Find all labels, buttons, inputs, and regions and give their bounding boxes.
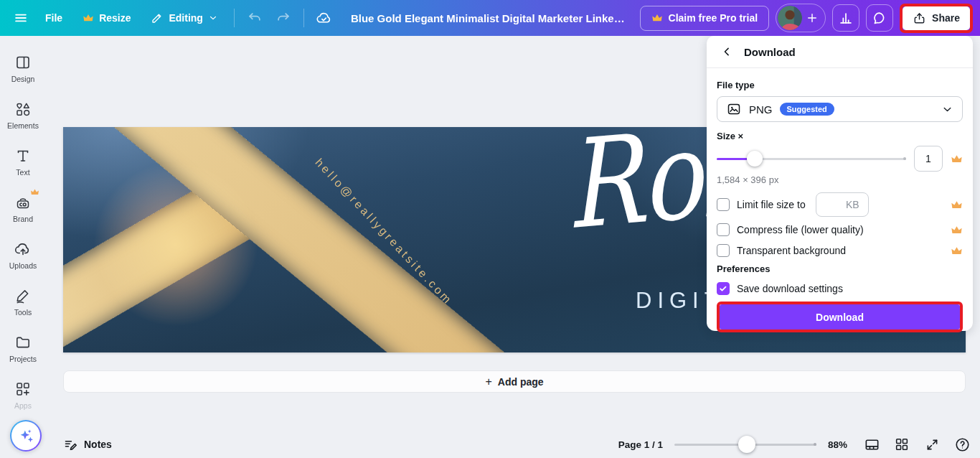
chevron-left-icon [720,45,733,58]
present-view-button[interactable] [862,435,881,454]
suggested-badge: Suggested [780,103,834,116]
download-highlight-box: Download [717,302,963,332]
compress-file-label: Compress file (lower quality) [737,224,864,235]
insights-button[interactable] [832,4,859,32]
claim-pro-trial-button[interactable]: Claim free Pro trial [640,6,770,31]
avatar[interactable] [778,6,802,30]
zoom-slider[interactable] [674,436,816,453]
hamburger-icon [13,10,29,26]
crown-icon [951,153,963,165]
file-menu-label: File [45,12,62,24]
canva-editor: File Resize Editing [0,0,980,458]
fullscreen-button[interactable] [923,435,941,454]
expand-arrows-icon [925,437,940,452]
share-upload-icon [913,11,926,25]
limit-file-size-label: Limit file size to [737,199,806,210]
size-slider[interactable] [717,151,906,167]
download-panel: Download File type PNG Suggested Size × [707,36,973,331]
cloud-check-icon [316,10,332,27]
chevron-down-icon [208,13,218,23]
notes-label: Notes [84,439,112,450]
cloud-save-status-button[interactable] [311,4,338,32]
crown-icon [651,12,663,24]
account-pill[interactable] [776,4,826,32]
add-page-button[interactable]: + Add page [63,370,966,393]
redo-button[interactable] [270,4,297,32]
zoom-percent[interactable]: 88% [828,439,851,450]
bottom-bar-right: Page 1 / 1 88% [618,435,971,454]
text-icon [14,147,32,164]
image-file-icon [726,101,742,117]
transparent-background-label: Transparent background [737,245,846,256]
design-icon [14,54,32,71]
editing-mode-label: Editing [169,12,202,24]
crown-icon [951,199,963,211]
sidebar-item-text[interactable]: Text [2,139,44,185]
toolbar-divider [234,9,235,27]
add-page-label: Add page [498,376,544,388]
plus-icon: + [485,375,491,388]
file-type-dropdown[interactable]: PNG Suggested [717,96,963,122]
page-indicator: Page 1 / 1 [618,439,663,450]
sidebar-item-elements[interactable]: Elements [2,92,44,139]
sidebar-item-projects[interactable]: Projects [2,325,44,372]
slider-handle[interactable] [738,436,755,453]
file-type-value: PNG [749,103,773,116]
upload-cloud-icon [14,240,32,258]
notes-icon [63,437,78,452]
crown-icon [951,245,963,257]
toolbar-left-group: File Resize Editing [7,4,338,32]
crown-icon [951,224,963,236]
orange-glow [83,151,269,337]
sidebar-item-apps[interactable]: Apps [2,372,44,419]
sidebar-item-uploads[interactable]: Uploads [2,232,44,279]
chevron-down-icon [941,103,953,116]
undo-icon [247,10,263,26]
limit-file-size-checkbox[interactable] [717,198,730,211]
editing-mode-button[interactable]: Editing [141,4,227,32]
save-settings-label: Save download settings [737,283,843,294]
bottom-bar: Notes Page 1 / 1 88% [0,431,980,458]
resize-button[interactable]: Resize [73,4,140,32]
pencil-icon [151,11,164,24]
grid-view-button[interactable] [892,435,911,454]
save-settings-row: Save download settings [717,281,963,296]
save-download-settings-checkbox[interactable] [717,282,730,295]
bar-chart-icon [838,10,854,26]
brand-icon [14,194,32,211]
transparent-background-checkbox[interactable] [717,244,730,257]
limit-file-size-row: Limit file size to [717,192,963,217]
dimensions-text: 1,584 × 396 px [717,174,963,185]
share-button[interactable]: Share [903,6,970,30]
design-title[interactable]: Blue Gold Elegant Minimalist Digital Mar… [341,12,637,24]
file-size-input[interactable] [816,192,869,217]
apps-grid-icon [14,380,32,398]
comments-button[interactable] [866,4,893,32]
compress-file-checkbox[interactable] [717,223,730,236]
file-type-label: File type [717,80,963,90]
add-member-icon[interactable] [806,11,819,24]
undo-button[interactable] [241,4,268,32]
crown-icon [83,12,94,24]
download-panel-header: Download [707,36,973,68]
sidebar-item-design[interactable]: Design [2,45,44,92]
sidebar-item-brand[interactable]: Brand [2,185,44,232]
elements-icon [14,101,32,118]
main-menu-button[interactable] [7,4,34,32]
crown-icon [30,187,39,197]
size-label: Size × [717,131,963,141]
size-multiplier-input[interactable]: 1 [914,146,943,172]
left-sidebar: Design Elements Text Brand Uploads [0,36,46,429]
canva-assistant-button[interactable] [10,420,42,452]
help-button[interactable] [953,435,971,454]
notes-button[interactable]: Notes [63,437,112,452]
toolbar-right-group: Claim free Pro trial [640,4,973,33]
back-button[interactable] [719,44,735,60]
size-row: 1 [717,146,963,172]
file-menu-button[interactable]: File [36,4,72,32]
sidebar-item-tools[interactable]: Tools [2,279,44,325]
download-button[interactable]: Download [720,304,960,330]
presentation-icon [864,436,880,453]
slider-handle[interactable] [747,151,763,167]
redo-icon [275,10,291,26]
